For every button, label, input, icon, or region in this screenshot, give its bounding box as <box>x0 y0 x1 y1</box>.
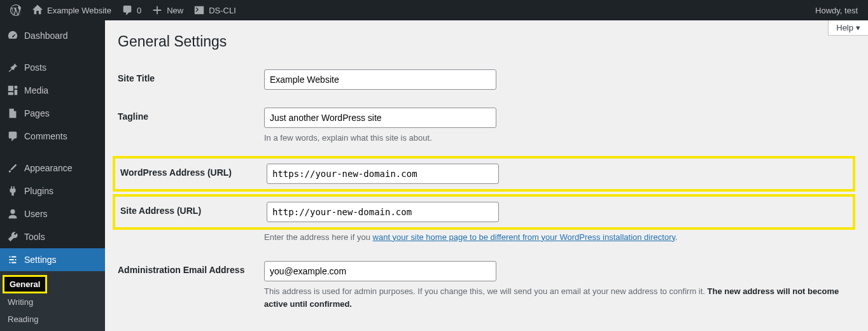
menu-posts-label: Posts <box>24 62 46 73</box>
sliders-icon <box>6 253 19 266</box>
tagline-label: Tagline <box>118 108 264 122</box>
admin-email-desc-1: This address is used for admin purposes.… <box>264 286 708 296</box>
site-address-input[interactable] <box>267 202 499 222</box>
dashboard-icon <box>6 29 19 42</box>
admin-email-label: Administration Email Address <box>118 261 264 275</box>
tagline-description: In a few words, explain what this site i… <box>264 132 855 144</box>
help-label: Help <box>836 23 853 32</box>
dscli-label: DS-CLI <box>209 6 236 15</box>
plus-icon <box>151 4 163 16</box>
user-icon <box>6 208 19 220</box>
site-address-label: Site Address (URL) <box>120 202 267 216</box>
row-wp-address: WordPress Address (URL) <box>113 156 855 192</box>
menu-posts[interactable]: Posts <box>0 56 105 79</box>
menu-users[interactable]: Users <box>0 202 105 225</box>
menu-appearance-label: Appearance <box>24 163 73 173</box>
site-name-text: Example Website <box>47 6 111 15</box>
wp-logo-link[interactable] <box>5 0 27 20</box>
wordpress-icon <box>10 4 22 16</box>
wp-address-input[interactable] <box>267 164 499 184</box>
menu-tools[interactable]: Tools <box>0 225 105 248</box>
comments-count: 0 <box>137 6 141 15</box>
dscli-link[interactable]: DS-CLI <box>188 0 241 20</box>
help-tab[interactable]: Help▾ <box>828 20 868 36</box>
page-title: General Settings <box>118 33 855 50</box>
howdy-text: Howdy, test <box>815 6 858 15</box>
menu-dashboard-label: Dashboard <box>24 31 68 41</box>
row-site-title: Site Title <box>118 63 855 101</box>
submenu-reading[interactable]: Reading <box>0 311 105 328</box>
site-title-label: Site Title <box>118 69 264 83</box>
comment-icon <box>6 130 19 143</box>
menu-users-label: Users <box>24 209 48 219</box>
menu-comments[interactable]: Comments <box>0 125 105 148</box>
menu-tools-label: Tools <box>24 232 45 242</box>
menu-pages-label: Pages <box>24 108 50 118</box>
wrench-icon <box>6 230 19 243</box>
admin-sidebar: Dashboard Posts Media Pages Comments App… <box>0 20 105 331</box>
site-address-description: Enter the address here if you want your … <box>264 231 855 244</box>
site-name-link[interactable]: Example Website <box>27 0 116 20</box>
menu-plugins-label: Plugins <box>24 186 53 196</box>
new-label: New <box>167 6 183 15</box>
submenu-writing[interactable]: Writing <box>0 293 105 311</box>
main-content: Help▾ General Settings Site Title Taglin… <box>105 20 868 331</box>
submenu-general[interactable]: General <box>3 275 47 293</box>
comment-icon <box>122 4 133 16</box>
row-tagline: Tagline In a few words, explain what thi… <box>118 101 855 156</box>
media-icon <box>6 84 19 97</box>
menu-settings[interactable]: Settings <box>0 248 105 271</box>
site-address-desc-post: . <box>675 232 678 242</box>
admin-toolbar: Example Website 0 New DS-CLI Howdy, test <box>0 0 868 20</box>
brush-icon <box>6 162 19 174</box>
home-icon <box>32 4 43 16</box>
row-site-address: Site Address (URL) <box>113 194 855 230</box>
menu-plugins[interactable]: Plugins <box>0 180 105 202</box>
menu-comments-label: Comments <box>24 131 67 141</box>
menu-appearance[interactable]: Appearance <box>0 157 105 180</box>
menu-media-label: Media <box>24 85 48 95</box>
admin-email-input[interactable] <box>264 261 496 281</box>
chevron-down-icon: ▾ <box>856 23 860 32</box>
admin-email-description: This address is used for admin purposes.… <box>264 285 855 310</box>
settings-submenu: General Writing Reading <box>0 271 105 331</box>
menu-pages[interactable]: Pages <box>0 102 105 125</box>
new-content-link[interactable]: New <box>146 0 188 20</box>
my-account-link[interactable]: Howdy, test <box>810 0 863 20</box>
menu-media[interactable]: Media <box>0 79 105 102</box>
wp-address-label: WordPress Address (URL) <box>120 164 267 178</box>
plugin-icon <box>6 185 19 197</box>
menu-settings-label: Settings <box>24 255 57 265</box>
comments-link[interactable]: 0 <box>116 0 146 20</box>
site-title-input[interactable] <box>264 69 496 90</box>
site-address-desc-pre: Enter the address here if you <box>264 232 373 242</box>
row-admin-email: Administration Email Address This addres… <box>118 255 855 321</box>
terminal-icon <box>193 4 205 16</box>
menu-dashboard[interactable]: Dashboard <box>0 24 105 47</box>
tagline-input[interactable] <box>264 108 496 128</box>
page-icon <box>6 107 19 120</box>
pin-icon <box>6 61 19 74</box>
site-address-desc-link[interactable]: want your site home page to be different… <box>373 232 675 242</box>
